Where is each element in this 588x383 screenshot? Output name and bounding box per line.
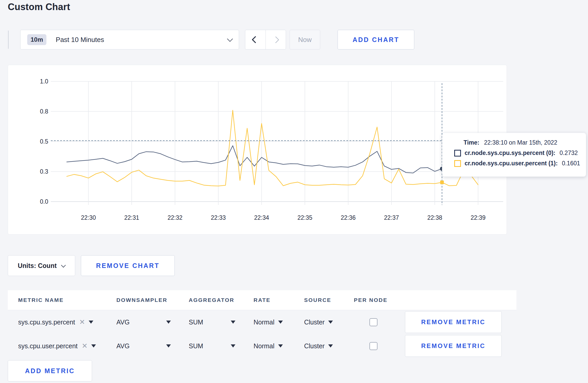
caret-down-icon: [278, 321, 283, 324]
svg-text:22:35: 22:35: [297, 214, 312, 221]
caret-down-icon: [231, 344, 235, 347]
caret-down-icon: [278, 344, 283, 347]
metric-name: sys.cpu.sys.percent: [18, 318, 75, 326]
caret-down-icon: [328, 321, 333, 324]
chart-tooltip: Time: 22:38:10 on Mar 15th, 2022 cr.node…: [442, 133, 586, 177]
chevron-right-icon: [272, 36, 279, 43]
time-nav-group: [245, 30, 286, 49]
metrics-table: METRIC NAME DOWNSAMPLER AGGREGATOR RATE …: [8, 290, 516, 358]
metric-name: sys.cpu.user.percent: [18, 342, 78, 350]
per-node-checkbox[interactable]: [369, 318, 377, 326]
col-header-per-node: PER NODE: [354, 297, 405, 303]
col-header-downsampler: DOWNSAMPLER: [116, 297, 189, 303]
svg-text:0.0: 0.0: [40, 198, 48, 205]
svg-text:22:37: 22:37: [384, 214, 399, 221]
caret-down-icon: [166, 344, 171, 347]
aggregator-select[interactable]: SUM: [189, 342, 235, 350]
clear-metric-icon[interactable]: ✕: [79, 318, 85, 326]
page-title: Custom Chart: [8, 2, 70, 12]
caret-down-icon: [166, 321, 171, 324]
chevron-down-icon: [227, 36, 233, 42]
svg-text:0.3: 0.3: [40, 168, 48, 175]
col-header-source: SOURCE: [304, 297, 354, 303]
tooltip-time-row: Time: 22:38:10 on Mar 15th, 2022: [454, 139, 586, 146]
downsampler-value: AVG: [116, 342, 130, 350]
toolbar-divider: [8, 31, 9, 49]
rate-select[interactable]: Normal: [254, 342, 304, 350]
svg-text:22:33: 22:33: [211, 214, 226, 221]
remove-chart-button[interactable]: REMOVE CHART: [81, 255, 175, 276]
svg-text:22:30: 22:30: [81, 214, 96, 221]
remove-metric-button[interactable]: REMOVE METRIC: [405, 335, 502, 357]
series-sys-legend-icon: [454, 150, 461, 157]
tooltip-series-label: cr.node.sys.cpu.user.percent (1):: [465, 160, 558, 167]
aggregator-select[interactable]: SUM: [189, 318, 235, 326]
svg-text:0.8: 0.8: [40, 108, 48, 115]
svg-text:22:38: 22:38: [427, 214, 442, 221]
metrics-table-header: METRIC NAME DOWNSAMPLER AGGREGATOR RATE …: [8, 290, 516, 310]
col-header-aggregator: AGGREGATOR: [189, 297, 254, 303]
downsampler-value: AVG: [116, 318, 130, 326]
source-select[interactable]: Cluster: [304, 318, 354, 326]
caret-down-icon: [328, 344, 333, 347]
units-select[interactable]: Units: Count: [8, 255, 75, 276]
source-value: Cluster: [304, 318, 325, 326]
aggregator-value: SUM: [189, 318, 203, 326]
add-metric-button[interactable]: ADD METRIC: [8, 360, 92, 381]
col-header-metric-name: METRIC NAME: [18, 297, 116, 303]
tooltip-series-row: cr.node.sys.cpu.sys.percent (0): 0.2732: [454, 150, 586, 157]
rate-value: Normal: [254, 318, 275, 326]
tooltip-series-row: cr.node.sys.cpu.user.percent (1): 0.1601: [454, 160, 586, 167]
add-chart-button[interactable]: ADD CHART: [338, 30, 414, 49]
svg-text:22:39: 22:39: [471, 214, 486, 221]
time-range-label: Past 10 Minutes: [56, 36, 104, 44]
caret-down-icon: [89, 321, 93, 324]
downsampler-select[interactable]: AVG: [116, 318, 171, 326]
col-header-rate: RATE: [254, 297, 304, 303]
time-range-select[interactable]: 10m Past 10 Minutes: [20, 30, 239, 49]
chart-panel: 0.00.30.50.81.022:3022:3122:3222:3322:34…: [8, 65, 507, 235]
downsampler-select[interactable]: AVG: [116, 342, 171, 350]
time-back-button[interactable]: [245, 30, 265, 49]
time-forward-button[interactable]: [265, 30, 286, 49]
series-user-legend-icon: [454, 160, 461, 167]
now-button[interactable]: Now: [290, 30, 320, 49]
time-range-badge: 10m: [27, 34, 46, 45]
svg-text:1.0: 1.0: [40, 78, 48, 85]
metric-name-cell[interactable]: sys.cpu.sys.percent ✕: [18, 318, 116, 326]
chevron-down-icon: [61, 263, 66, 267]
svg-text:22:34: 22:34: [254, 214, 269, 221]
chevron-left-icon: [252, 36, 259, 43]
svg-text:0.5: 0.5: [40, 138, 48, 145]
tooltip-series-value: 0.2732: [559, 150, 578, 157]
chart-svg[interactable]: 0.00.30.50.81.022:3022:3122:3222:3322:34…: [8, 65, 506, 234]
caret-down-icon: [91, 344, 96, 347]
metric-name-cell[interactable]: sys.cpu.user.percent ✕: [18, 342, 116, 350]
rate-value: Normal: [254, 342, 275, 350]
svg-text:22:36: 22:36: [341, 214, 356, 221]
units-label: Units: Count: [18, 262, 57, 269]
source-select[interactable]: Cluster: [304, 342, 354, 350]
tooltip-series-label: cr.node.sys.cpu.sys.percent (0):: [465, 150, 555, 157]
tooltip-time-value: 22:38:10 on Mar 15th, 2022: [484, 139, 557, 146]
aggregator-value: SUM: [189, 342, 203, 350]
rate-select[interactable]: Normal: [254, 318, 304, 326]
caret-down-icon: [231, 321, 235, 324]
source-value: Cluster: [304, 342, 325, 350]
metric-row: sys.cpu.user.percent ✕ AVG SUM Normal Cl…: [8, 334, 516, 358]
tooltip-series-value: 0.1601: [562, 160, 580, 167]
clear-metric-icon[interactable]: ✕: [82, 342, 88, 350]
remove-metric-button[interactable]: REMOVE METRIC: [405, 311, 502, 333]
metric-row: sys.cpu.sys.percent ✕ AVG SUM Normal Clu…: [8, 310, 516, 334]
tooltip-time-label: Time:: [464, 139, 479, 146]
svg-text:22:32: 22:32: [167, 214, 183, 221]
svg-text:22:31: 22:31: [124, 214, 139, 221]
per-node-checkbox[interactable]: [369, 342, 377, 350]
